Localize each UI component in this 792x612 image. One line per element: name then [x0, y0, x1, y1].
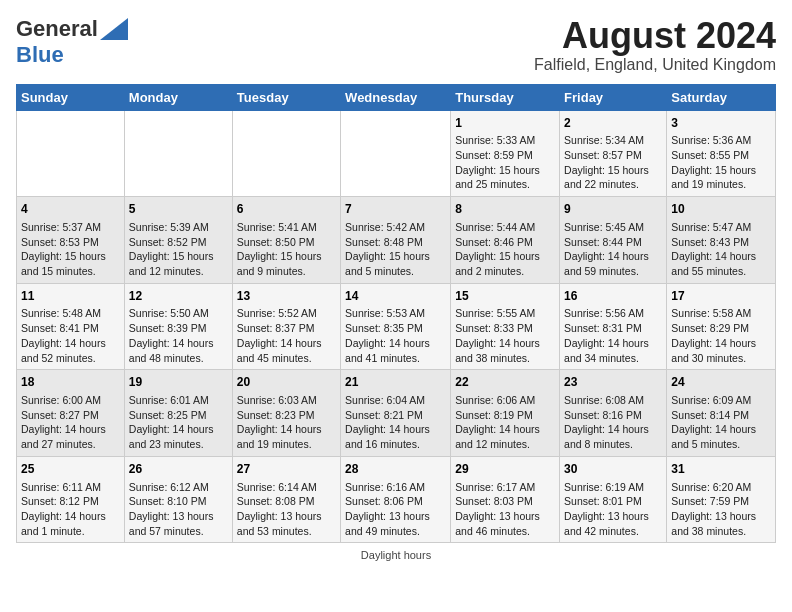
day-number: 16 — [564, 288, 662, 305]
day-number: 29 — [455, 461, 555, 478]
day-number: 28 — [345, 461, 446, 478]
day-number: 13 — [237, 288, 336, 305]
calendar-cell: 6Sunrise: 5:41 AM Sunset: 8:50 PM Daylig… — [232, 197, 340, 284]
calendar-cell: 12Sunrise: 5:50 AM Sunset: 8:39 PM Dayli… — [124, 283, 232, 370]
day-info: Sunrise: 6:11 AM Sunset: 8:12 PM Dayligh… — [21, 480, 120, 539]
day-info: Sunrise: 5:34 AM Sunset: 8:57 PM Dayligh… — [564, 133, 662, 192]
col-tuesday: Tuesday — [232, 84, 340, 110]
logo-blue-text: Blue — [16, 42, 64, 67]
footer: Daylight hours — [16, 549, 776, 561]
calendar-cell: 25Sunrise: 6:11 AM Sunset: 8:12 PM Dayli… — [17, 456, 125, 543]
day-number: 5 — [129, 201, 228, 218]
day-number: 27 — [237, 461, 336, 478]
day-info: Sunrise: 6:01 AM Sunset: 8:25 PM Dayligh… — [129, 393, 228, 452]
day-info: Sunrise: 5:44 AM Sunset: 8:46 PM Dayligh… — [455, 220, 555, 279]
day-info: Sunrise: 5:37 AM Sunset: 8:53 PM Dayligh… — [21, 220, 120, 279]
day-info: Sunrise: 5:58 AM Sunset: 8:29 PM Dayligh… — [671, 306, 771, 365]
day-info: Sunrise: 6:19 AM Sunset: 8:01 PM Dayligh… — [564, 480, 662, 539]
calendar-cell: 21Sunrise: 6:04 AM Sunset: 8:21 PM Dayli… — [341, 370, 451, 457]
calendar-cell: 2Sunrise: 5:34 AM Sunset: 8:57 PM Daylig… — [560, 110, 667, 197]
day-number: 22 — [455, 374, 555, 391]
calendar-cell: 24Sunrise: 6:09 AM Sunset: 8:14 PM Dayli… — [667, 370, 776, 457]
day-info: Sunrise: 6:20 AM Sunset: 7:59 PM Dayligh… — [671, 480, 771, 539]
col-sunday: Sunday — [17, 84, 125, 110]
calendar: Sunday Monday Tuesday Wednesday Thursday… — [16, 84, 776, 544]
day-info: Sunrise: 6:09 AM Sunset: 8:14 PM Dayligh… — [671, 393, 771, 452]
calendar-cell — [232, 110, 340, 197]
calendar-week-row: 25Sunrise: 6:11 AM Sunset: 8:12 PM Dayli… — [17, 456, 776, 543]
day-info: Sunrise: 5:55 AM Sunset: 8:33 PM Dayligh… — [455, 306, 555, 365]
day-info: Sunrise: 5:47 AM Sunset: 8:43 PM Dayligh… — [671, 220, 771, 279]
day-info: Sunrise: 5:52 AM Sunset: 8:37 PM Dayligh… — [237, 306, 336, 365]
day-info: Sunrise: 5:50 AM Sunset: 8:39 PM Dayligh… — [129, 306, 228, 365]
day-number: 20 — [237, 374, 336, 391]
col-friday: Friday — [560, 84, 667, 110]
day-info: Sunrise: 6:00 AM Sunset: 8:27 PM Dayligh… — [21, 393, 120, 452]
calendar-cell: 7Sunrise: 5:42 AM Sunset: 8:48 PM Daylig… — [341, 197, 451, 284]
month-title: August 2024 — [534, 16, 776, 56]
day-info: Sunrise: 6:06 AM Sunset: 8:19 PM Dayligh… — [455, 393, 555, 452]
header: General Blue August 2024 Falfield, Engla… — [16, 16, 776, 74]
calendar-cell: 22Sunrise: 6:06 AM Sunset: 8:19 PM Dayli… — [451, 370, 560, 457]
calendar-cell: 11Sunrise: 5:48 AM Sunset: 8:41 PM Dayli… — [17, 283, 125, 370]
day-number: 17 — [671, 288, 771, 305]
day-number: 30 — [564, 461, 662, 478]
day-number: 18 — [21, 374, 120, 391]
day-number: 4 — [21, 201, 120, 218]
day-number: 24 — [671, 374, 771, 391]
day-number: 1 — [455, 115, 555, 132]
day-number: 10 — [671, 201, 771, 218]
calendar-week-row: 1Sunrise: 5:33 AM Sunset: 8:59 PM Daylig… — [17, 110, 776, 197]
location: Falfield, England, United Kingdom — [534, 56, 776, 74]
calendar-cell: 9Sunrise: 5:45 AM Sunset: 8:44 PM Daylig… — [560, 197, 667, 284]
day-info: Sunrise: 5:48 AM Sunset: 8:41 PM Dayligh… — [21, 306, 120, 365]
calendar-cell: 5Sunrise: 5:39 AM Sunset: 8:52 PM Daylig… — [124, 197, 232, 284]
day-number: 9 — [564, 201, 662, 218]
day-number: 25 — [21, 461, 120, 478]
day-info: Sunrise: 5:42 AM Sunset: 8:48 PM Dayligh… — [345, 220, 446, 279]
day-number: 12 — [129, 288, 228, 305]
day-number: 7 — [345, 201, 446, 218]
calendar-cell: 8Sunrise: 5:44 AM Sunset: 8:46 PM Daylig… — [451, 197, 560, 284]
calendar-week-row: 4Sunrise: 5:37 AM Sunset: 8:53 PM Daylig… — [17, 197, 776, 284]
day-number: 26 — [129, 461, 228, 478]
day-info: Sunrise: 5:39 AM Sunset: 8:52 PM Dayligh… — [129, 220, 228, 279]
day-info: Sunrise: 6:14 AM Sunset: 8:08 PM Dayligh… — [237, 480, 336, 539]
page: General Blue August 2024 Falfield, Engla… — [0, 0, 792, 569]
calendar-cell: 16Sunrise: 5:56 AM Sunset: 8:31 PM Dayli… — [560, 283, 667, 370]
calendar-cell — [341, 110, 451, 197]
calendar-header-row: Sunday Monday Tuesday Wednesday Thursday… — [17, 84, 776, 110]
day-info: Sunrise: 6:04 AM Sunset: 8:21 PM Dayligh… — [345, 393, 446, 452]
calendar-cell: 18Sunrise: 6:00 AM Sunset: 8:27 PM Dayli… — [17, 370, 125, 457]
calendar-cell — [124, 110, 232, 197]
day-info: Sunrise: 5:45 AM Sunset: 8:44 PM Dayligh… — [564, 220, 662, 279]
calendar-cell: 26Sunrise: 6:12 AM Sunset: 8:10 PM Dayli… — [124, 456, 232, 543]
calendar-cell: 19Sunrise: 6:01 AM Sunset: 8:25 PM Dayli… — [124, 370, 232, 457]
title-block: August 2024 Falfield, England, United Ki… — [534, 16, 776, 74]
calendar-week-row: 18Sunrise: 6:00 AM Sunset: 8:27 PM Dayli… — [17, 370, 776, 457]
calendar-cell: 29Sunrise: 6:17 AM Sunset: 8:03 PM Dayli… — [451, 456, 560, 543]
calendar-cell: 14Sunrise: 5:53 AM Sunset: 8:35 PM Dayli… — [341, 283, 451, 370]
day-number: 19 — [129, 374, 228, 391]
day-info: Sunrise: 5:56 AM Sunset: 8:31 PM Dayligh… — [564, 306, 662, 365]
calendar-cell: 1Sunrise: 5:33 AM Sunset: 8:59 PM Daylig… — [451, 110, 560, 197]
day-number: 15 — [455, 288, 555, 305]
day-number: 8 — [455, 201, 555, 218]
col-wednesday: Wednesday — [341, 84, 451, 110]
calendar-cell: 15Sunrise: 5:55 AM Sunset: 8:33 PM Dayli… — [451, 283, 560, 370]
logo-general-text: General — [16, 16, 98, 42]
calendar-cell: 20Sunrise: 6:03 AM Sunset: 8:23 PM Dayli… — [232, 370, 340, 457]
col-saturday: Saturday — [667, 84, 776, 110]
logo-icon — [100, 18, 128, 40]
calendar-cell: 4Sunrise: 5:37 AM Sunset: 8:53 PM Daylig… — [17, 197, 125, 284]
day-number: 11 — [21, 288, 120, 305]
day-number: 2 — [564, 115, 662, 132]
calendar-cell: 27Sunrise: 6:14 AM Sunset: 8:08 PM Dayli… — [232, 456, 340, 543]
day-number: 3 — [671, 115, 771, 132]
col-monday: Monday — [124, 84, 232, 110]
day-info: Sunrise: 6:12 AM Sunset: 8:10 PM Dayligh… — [129, 480, 228, 539]
day-number: 21 — [345, 374, 446, 391]
calendar-cell: 28Sunrise: 6:16 AM Sunset: 8:06 PM Dayli… — [341, 456, 451, 543]
col-thursday: Thursday — [451, 84, 560, 110]
day-info: Sunrise: 6:03 AM Sunset: 8:23 PM Dayligh… — [237, 393, 336, 452]
